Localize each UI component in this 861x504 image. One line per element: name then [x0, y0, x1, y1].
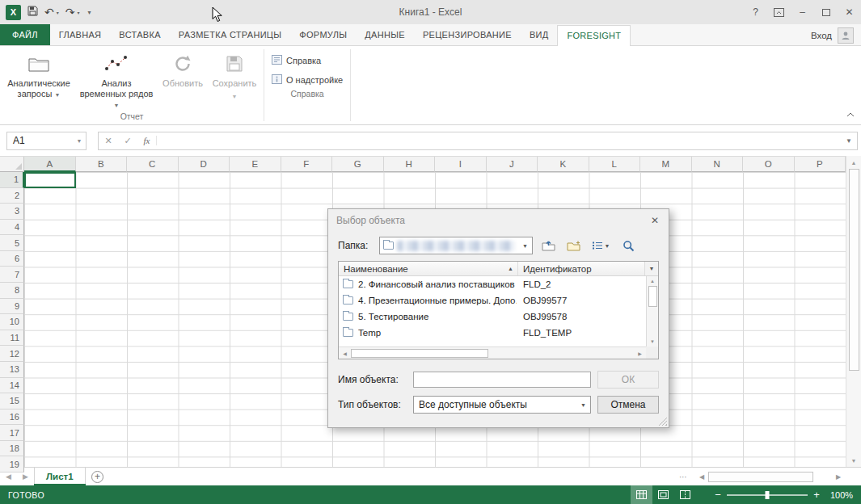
tab-insert[interactable]: ВСТАВКА	[110, 25, 169, 45]
column-header-I[interactable]: I	[435, 157, 487, 172]
dialog-title-bar[interactable]: Выбор объекта ✕	[328, 209, 669, 232]
collapse-ribbon-icon[interactable]	[846, 106, 855, 120]
name-box[interactable]: A1 ▼	[6, 132, 87, 150]
row-header-16[interactable]: 16	[0, 410, 24, 426]
column-header-P[interactable]: P	[795, 157, 846, 172]
scroll-right-icon[interactable]: ▶	[832, 473, 845, 481]
row-header-18[interactable]: 18	[0, 441, 24, 457]
about-addin-button[interactable]: О надстройке	[272, 72, 343, 88]
redo-icon[interactable]: ↷	[65, 6, 75, 18]
row-header-3[interactable]: 3	[0, 204, 24, 220]
horizontal-scroll-thumb[interactable]	[708, 472, 813, 482]
combo-arrow-icon[interactable]: ▼	[576, 402, 590, 408]
tab-data[interactable]: ДАННЫЕ	[356, 25, 414, 45]
column-header-K[interactable]: K	[538, 157, 589, 172]
row-header-15[interactable]: 15	[0, 393, 24, 410]
row-header-19[interactable]: 19	[0, 456, 24, 472]
row-header-2[interactable]: 2	[0, 188, 24, 204]
name-box-caret-icon[interactable]: ▼	[73, 138, 86, 144]
column-header-A[interactable]: A	[24, 157, 76, 172]
row-header-11[interactable]: 11	[0, 330, 24, 346]
object-name-input[interactable]	[413, 372, 591, 388]
scroll-left-icon[interactable]: ◀	[339, 351, 351, 356]
sheet-tab-list1[interactable]: Лист1	[34, 468, 86, 485]
column-header-id[interactable]: Идентификатор	[518, 262, 645, 275]
list-item[interactable]: 5. ТестированиеOBJ99578	[339, 309, 646, 325]
zoom-in-icon[interactable]: +	[808, 489, 825, 501]
zoom-level[interactable]: 100%	[825, 490, 861, 500]
timeseries-analysis-button[interactable]: Анализ временных рядов ▼	[75, 49, 158, 111]
tab-split-handle[interactable]: ⋯	[673, 472, 695, 481]
up-level-icon[interactable]	[538, 237, 558, 254]
close-icon[interactable]: ✕	[838, 0, 861, 24]
column-header-J[interactable]: J	[487, 157, 538, 172]
tab-formulas[interactable]: ФОРМУЛЫ	[290, 25, 356, 45]
column-header-L[interactable]: L	[589, 157, 641, 172]
row-header-14[interactable]: 14	[0, 378, 24, 394]
row-header-8[interactable]: 8	[0, 283, 24, 299]
column-header-G[interactable]: G	[332, 157, 384, 172]
view-menu-icon[interactable]: ▼	[589, 237, 613, 254]
tab-file[interactable]: ФАЙЛ	[0, 24, 50, 45]
ok-button[interactable]: ОК	[597, 371, 659, 388]
column-header-C[interactable]: C	[127, 157, 179, 172]
formula-input[interactable]	[157, 132, 841, 149]
dialog-close-icon[interactable]: ✕	[641, 209, 669, 232]
list-item[interactable]: TempFLD_TEMP	[339, 325, 646, 341]
column-header-D[interactable]: D	[179, 157, 230, 172]
customize-qat-icon[interactable]: ▾	[88, 9, 91, 16]
zoom-slider-thumb[interactable]	[766, 491, 770, 499]
maximize-icon[interactable]	[814, 0, 838, 24]
row-header-6[interactable]: 6	[0, 251, 24, 267]
row-header-1[interactable]: 1	[0, 172, 24, 188]
analytic-queries-button[interactable]: Аналитические запросы ▼	[2, 49, 75, 100]
scroll-left-icon[interactable]: ◀	[695, 473, 708, 481]
help-button[interactable]: Справка	[272, 52, 343, 69]
object-type-combobox[interactable]: Все доступные объекты ▼	[413, 396, 591, 414]
row-header-4[interactable]: 4	[0, 220, 24, 236]
column-header-M[interactable]: M	[640, 157, 692, 172]
scroll-up-icon[interactable]: ▲	[650, 276, 655, 286]
list-item[interactable]: 2. Финансовый анализ поставщиковFLD_2	[339, 276, 646, 292]
scroll-down-icon[interactable]: ▼	[650, 337, 655, 346]
column-header-N[interactable]: N	[692, 157, 744, 172]
column-header-F[interactable]: F	[281, 157, 333, 172]
vertical-scroll-thumb[interactable]	[849, 169, 859, 371]
expand-formula-bar-icon[interactable]: ▼	[841, 137, 857, 145]
page-break-view-icon[interactable]	[674, 485, 696, 504]
tab-review[interactable]: РЕЦЕНЗИРОВАНИЕ	[414, 25, 521, 45]
scroll-right-icon[interactable]: ▶	[634, 351, 646, 356]
help-icon[interactable]: ?	[744, 0, 767, 24]
column-header-B[interactable]: B	[76, 157, 128, 172]
page-layout-view-icon[interactable]	[652, 485, 674, 504]
sign-in[interactable]: Вход	[811, 25, 861, 45]
cancel-button[interactable]: Отмена	[597, 396, 659, 414]
column-header-H[interactable]: H	[384, 157, 436, 172]
new-folder-icon[interactable]	[563, 237, 583, 254]
list-vertical-scrollbar[interactable]: ▲ ▼	[646, 276, 658, 346]
normal-view-icon[interactable]	[631, 485, 652, 504]
list-item[interactable]: 4. Презентационные примеры. Допо…OBJ9957…	[339, 292, 646, 309]
insert-function-icon[interactable]: fx	[137, 136, 157, 145]
redo-menu-icon[interactable]: ▾	[77, 10, 79, 15]
resize-grip[interactable]	[657, 416, 667, 426]
tab-page-layout[interactable]: РАЗМЕТКА СТРАНИЦЫ	[170, 25, 291, 45]
tab-view[interactable]: ВИД	[521, 25, 558, 45]
row-header-10[interactable]: 10	[0, 314, 24, 330]
list-options-icon[interactable]: ▼	[645, 262, 658, 275]
undo-icon[interactable]: ↶	[44, 6, 54, 18]
folder-combobox[interactable]: ▼	[379, 237, 533, 254]
combo-arrow-icon[interactable]: ▼	[518, 243, 532, 249]
save-icon[interactable]	[27, 5, 38, 19]
column-header-E[interactable]: E	[230, 157, 281, 172]
tab-foresight[interactable]: FORESIGHT	[557, 25, 631, 46]
tab-home[interactable]: ГЛАВНАЯ	[50, 25, 111, 45]
list-vscroll-thumb[interactable]	[648, 286, 657, 307]
undo-menu-icon[interactable]: ▾	[57, 10, 59, 15]
scroll-down-icon[interactable]: ▼	[851, 454, 857, 467]
row-header-9[interactable]: 9	[0, 299, 24, 315]
column-header-name[interactable]: Наименование ▲	[339, 262, 518, 275]
vertical-scrollbar[interactable]: ▲ ▼	[846, 156, 861, 467]
row-header-12[interactable]: 12	[0, 346, 24, 362]
zoom-out-icon[interactable]: −	[709, 489, 727, 501]
